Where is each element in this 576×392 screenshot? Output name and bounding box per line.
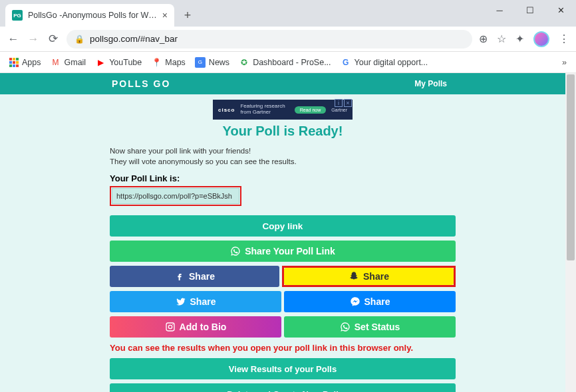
profile-avatar[interactable] <box>533 31 549 47</box>
poll-link-label: Your Poll Link is: <box>110 173 456 183</box>
page-viewport: POLLS GO My Polls cisco Featuring resear… <box>0 73 576 392</box>
menu-icon[interactable]: ⋮ <box>559 33 569 45</box>
tab-title: PollsGo -Anonymous Polls for W… <box>28 11 157 20</box>
button-label: Copy link <box>263 221 303 231</box>
bookmark-label: Dashboard - ProSe... <box>253 58 331 67</box>
bookmark-digital[interactable]: G Your digital opport... <box>341 57 428 68</box>
bookmark-star-icon[interactable]: ☆ <box>497 33 506 45</box>
scrollbar-thumb[interactable] <box>567 74 575 260</box>
button-label: Add to Bio <box>180 322 227 332</box>
bookmark-label: YouTube <box>109 58 142 67</box>
button-label: Share <box>190 296 216 307</box>
url-text: pollsgo.com/#nav_bar <box>90 34 178 44</box>
bookmark-label: Apps <box>22 58 41 67</box>
apps-icon <box>9 58 19 67</box>
site-logo[interactable]: POLLS GO <box>112 78 170 89</box>
ad-close-icon[interactable]: × <box>344 99 352 107</box>
twitter-share-button[interactable]: Share <box>110 291 281 312</box>
google-icon: G <box>341 57 351 68</box>
scrollbar[interactable] <box>565 73 576 392</box>
browser-tab[interactable]: PG PollsGo -Anonymous Polls for W… × <box>5 4 174 27</box>
window-controls: ─ ☐ ✕ <box>484 0 576 20</box>
bookmark-youtube[interactable]: ▶ YouTube <box>95 57 142 68</box>
new-tab-button[interactable]: + <box>178 9 197 23</box>
address-bar[interactable]: 🔒 pollsgo.com/#nav_bar <box>67 30 472 49</box>
button-label: Share <box>363 271 389 282</box>
whatsapp-icon <box>230 246 241 256</box>
browser-toolbar: ← → ⟳ 🔒 pollsgo.com/#nav_bar ⊕ ☆ ✦ ⋮ <box>0 27 576 52</box>
copy-link-button[interactable]: Copy link <box>110 215 456 237</box>
zoom-icon[interactable]: ⊕ <box>479 33 488 45</box>
ad-banner[interactable]: cisco Featuring research from Gartner Re… <box>213 100 353 120</box>
whatsapp-share-button[interactable]: Share Your Poll Link <box>110 241 456 262</box>
snapchat-highlight: Share <box>282 266 456 287</box>
ad-brand: cisco <box>218 107 235 113</box>
snapchat-share-button[interactable]: Share <box>284 268 454 285</box>
bookmark-gmail[interactable]: M Gmail <box>51 57 86 68</box>
gmail-icon: M <box>51 57 61 68</box>
view-results-button[interactable]: View Results of your Polls <box>110 358 456 379</box>
delete-create-button[interactable]: Delete and Create New Poll <box>110 383 456 392</box>
news-icon: G <box>195 57 206 68</box>
ad-info-icon[interactable]: i <box>335 99 343 107</box>
bookmark-label: Your digital opport... <box>355 58 428 67</box>
bookmark-dashboard[interactable]: ✪ Dashboard - ProSe... <box>239 57 331 68</box>
youtube-icon: ▶ <box>95 57 106 68</box>
facebook-share-button[interactable]: Share <box>110 266 279 287</box>
back-button[interactable]: ← <box>7 33 20 46</box>
twitter-icon <box>176 296 186 307</box>
snapchat-icon <box>349 271 359 282</box>
subtitle-line: Now share your poll link with your frien… <box>110 146 456 156</box>
bookmarks-bar: Apps M Gmail ▶ YouTube 📍 Maps G News ✪ D… <box>0 52 576 73</box>
minimize-button[interactable]: ─ <box>484 0 515 20</box>
page-title: Your Poll is Ready! <box>110 124 456 139</box>
extensions-icon[interactable]: ✦ <box>515 33 524 45</box>
ad-text: Featuring research from Gartner <box>240 104 289 116</box>
forward-button[interactable]: → <box>27 33 40 46</box>
bookmarks-overflow-icon[interactable]: » <box>562 58 567 67</box>
browser-titlebar: PG PollsGo -Anonymous Polls for W… × + ─… <box>0 0 576 27</box>
site-header: POLLS GO My Polls <box>0 73 565 94</box>
button-label: Share <box>189 271 215 282</box>
whatsapp-icon <box>340 322 351 332</box>
my-polls-link[interactable]: My Polls <box>414 79 447 88</box>
reload-button[interactable]: ⟳ <box>47 32 60 46</box>
maps-icon: 📍 <box>151 57 162 68</box>
button-label: Set Status <box>355 322 400 332</box>
button-label: View Results of your Polls <box>229 364 337 374</box>
subtitle-line: They will vote anonymously so you can se… <box>110 156 456 167</box>
poll-link-highlight: https://pollsgo.com/poll?p=eSBkJsh <box>110 186 241 206</box>
dashboard-icon: ✪ <box>239 57 249 68</box>
close-icon[interactable]: × <box>162 10 168 21</box>
facebook-icon <box>174 271 185 282</box>
set-status-button[interactable]: Set Status <box>284 316 456 338</box>
subtitle: Now share your poll link with your frien… <box>110 146 456 167</box>
add-to-bio-button[interactable]: Add to Bio <box>110 316 281 338</box>
maximize-button[interactable]: ☐ <box>515 0 545 20</box>
ad-cta[interactable]: Read now <box>295 106 327 114</box>
messenger-share-button[interactable]: Share <box>284 291 456 312</box>
ad-gartner: Gartner <box>331 108 347 112</box>
close-window-button[interactable]: ✕ <box>545 0 576 20</box>
button-label: Share Your Poll Link <box>245 246 335 256</box>
bookmark-apps[interactable]: Apps <box>9 58 41 67</box>
results-note: You can see the results when you open yo… <box>110 343 456 353</box>
main-content: Your Poll is Ready! Now share your poll … <box>110 124 456 392</box>
favicon: PG <box>12 10 23 21</box>
button-label: Share <box>364 296 390 307</box>
poll-link-input[interactable]: https://pollsgo.com/poll?p=eSBkJsh <box>112 188 239 204</box>
bookmark-label: Gmail <box>65 58 86 67</box>
instagram-icon <box>165 322 176 332</box>
button-label: Delete and Create New Poll <box>227 389 339 392</box>
messenger-icon <box>350 296 360 307</box>
bookmark-label: News <box>209 58 229 67</box>
bookmark-maps[interactable]: 📍 Maps <box>151 57 186 68</box>
bookmark-news[interactable]: G News <box>195 57 229 68</box>
bookmark-label: Maps <box>165 58 186 67</box>
lock-icon: 🔒 <box>74 35 84 44</box>
